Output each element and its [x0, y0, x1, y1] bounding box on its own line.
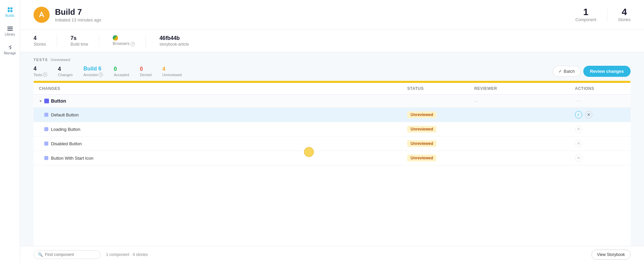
- story-name-label: Disabled Button: [51, 141, 82, 146]
- stories-count: 4: [618, 7, 631, 17]
- chevron-down-icon[interactable]: ▼: [39, 99, 42, 103]
- tests-info-icon[interactable]: ?: [43, 72, 47, 77]
- changes-count: 4: [58, 66, 73, 72]
- component-icon: [44, 99, 49, 103]
- tests-count: 4: [34, 66, 47, 72]
- col-reviewer: Reviewer: [474, 86, 575, 91]
- footer-left: 🔍 1 component · 4 stories: [34, 250, 148, 259]
- stats-divider: [607, 8, 607, 21]
- library-icon: [7, 25, 13, 32]
- status-badge: Unreviewed: [407, 155, 436, 161]
- review-changes-button[interactable]: Review changes: [583, 66, 631, 77]
- tests-title: TESTS: [34, 58, 48, 62]
- denied-count: 0: [140, 66, 152, 72]
- story-actions: ✓ ✕: [575, 111, 625, 118]
- denied-label: Denied: [140, 73, 152, 77]
- sidebar-label-builds: Builds: [5, 14, 14, 17]
- checkmark-icon: ✓: [558, 69, 562, 74]
- component-count: 1: [576, 7, 596, 17]
- svg-rect-3: [10, 10, 12, 12]
- search-input[interactable]: [45, 252, 92, 257]
- stat-unreviewed: 4 Unreviewed: [162, 66, 182, 77]
- unreviewed-count: 4: [162, 66, 182, 72]
- metric-stories-value: 4: [34, 35, 46, 41]
- stat-tests: 4 Tests ?: [34, 66, 47, 77]
- accepted-count: 0: [114, 66, 129, 72]
- story-status: Unreviewed: [407, 140, 474, 147]
- tests-stats-left: 4 Tests ? 4 Changes Build 6 Ancestor ?: [34, 66, 182, 77]
- tests-actions: ✓ Batch Review changes: [553, 66, 631, 77]
- changes-label: Changes: [58, 73, 73, 77]
- metric-build-time: 7s Build time: [70, 35, 99, 47]
- svg-rect-5: [7, 28, 13, 29]
- component-row: ▼ Button -- ⋯: [34, 95, 631, 108]
- stat-denied: 0 Denied: [140, 66, 152, 77]
- table-header-row: Changes Status Reviewer Actions: [34, 83, 631, 95]
- component-actions: ⋯: [575, 97, 625, 105]
- status-badge: Unreviewed: [407, 126, 436, 133]
- metric-browsers-label: Browsers ?: [113, 41, 135, 46]
- tests-header: TESTS Unreviewed: [20, 52, 644, 62]
- component-name-label: Button: [51, 98, 66, 104]
- results-table: Changes Status Reviewer Actions ▼ Button…: [34, 83, 631, 246]
- sidebar-item-library[interactable]: Library: [2, 23, 18, 39]
- metric-stories: 4 Stories: [34, 35, 57, 47]
- component-reviewer: --: [474, 99, 575, 104]
- ancestor-link[interactable]: Build 6: [84, 66, 103, 72]
- component-label: Component: [576, 17, 596, 22]
- header-stats: 1 Component 4 Stories: [576, 7, 631, 22]
- main-content: Build 7 Initiated 13 minutes ago 1 Compo…: [20, 0, 644, 263]
- sidebar-item-builds[interactable]: Builds: [2, 4, 18, 20]
- accept-button[interactable]: ✓: [575, 111, 582, 118]
- deny-button[interactable]: ✕: [575, 125, 582, 133]
- metric-build-time-value: 7s: [70, 35, 88, 41]
- tests-badge: Unreviewed: [51, 58, 70, 62]
- metric-build-time-label: Build time: [70, 42, 88, 47]
- col-status: Status: [407, 86, 474, 91]
- deny-button[interactable]: ✕: [575, 154, 582, 162]
- deny-button[interactable]: ✕: [575, 140, 582, 147]
- deny-button[interactable]: ✕: [585, 111, 592, 118]
- story-icon: [44, 127, 48, 131]
- tests-section: TESTS Unreviewed 4 Tests ? 4 Changes Bui: [20, 52, 644, 263]
- page-header: Build 7 Initiated 13 minutes ago 1 Compo…: [20, 0, 644, 30]
- build-subtitle: Initiated 13 minutes ago: [55, 17, 101, 22]
- svg-rect-4: [7, 27, 13, 28]
- status-badge: Unreviewed: [407, 111, 436, 118]
- component-action-icon[interactable]: ⋯: [575, 97, 582, 105]
- stories-stat: 4 Stories: [618, 7, 631, 22]
- component-stat: 1 Component: [576, 7, 596, 22]
- col-changes: Changes: [39, 86, 407, 91]
- table-row: Default Button Unreviewed ✓ ✕: [34, 108, 631, 122]
- search-box[interactable]: 🔍: [34, 250, 101, 259]
- story-actions: ✕: [575, 125, 625, 133]
- story-name: Default Button: [39, 112, 407, 117]
- table-row: Loading Button Unreviewed ✕: [34, 122, 631, 137]
- page-footer: 🔍 1 component · 4 stories View Storybook: [20, 246, 644, 263]
- metric-commit: 46fb44b storybook-article: [159, 35, 200, 47]
- svg-rect-6: [7, 30, 13, 31]
- builds-icon: [7, 7, 13, 13]
- build-avatar: [34, 7, 50, 23]
- ancestor-label: Ancestor ?: [84, 72, 103, 77]
- manage-icon: [7, 44, 13, 50]
- stat-ancestor[interactable]: Build 6 Ancestor ?: [84, 66, 103, 77]
- svg-rect-2: [8, 10, 10, 12]
- ancestor-info-icon[interactable]: ?: [99, 72, 103, 77]
- metric-stories-label: Stories: [34, 42, 46, 47]
- story-icon: [44, 142, 48, 146]
- col-actions: Actions: [575, 86, 625, 91]
- story-name-label: Default Button: [51, 112, 78, 117]
- metric-browsers: Browsers ?: [113, 35, 146, 47]
- batch-button[interactable]: ✓ Batch: [553, 66, 581, 77]
- story-actions: ✕: [575, 154, 625, 162]
- table-row: Disabled Button Unreviewed ✕: [34, 137, 631, 151]
- metrics-bar: 4 Stories 7s Build time Browsers ? 46fb4…: [20, 30, 644, 52]
- sidebar-item-manage[interactable]: Manage: [2, 42, 18, 58]
- batch-label: Batch: [564, 69, 575, 74]
- browsers-info-icon[interactable]: ?: [130, 42, 135, 46]
- view-storybook-button[interactable]: View Storybook: [591, 250, 631, 260]
- sidebar: Builds Library Manage: [0, 0, 20, 263]
- story-icon: [44, 113, 48, 117]
- stat-accepted: 0 Accepted: [114, 66, 129, 77]
